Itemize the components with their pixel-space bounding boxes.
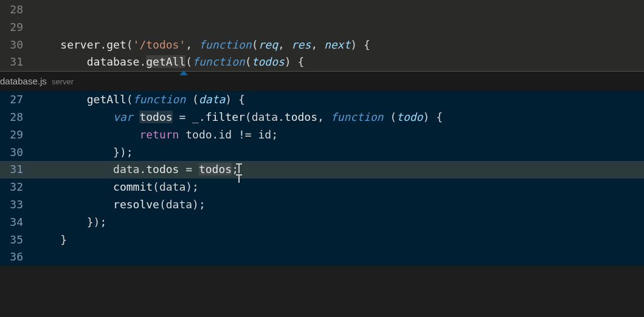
code-token: ) { bbox=[350, 38, 370, 51]
line-number: 28 bbox=[0, 109, 34, 126]
code-token: var bbox=[113, 111, 133, 123]
line-number: 31 bbox=[0, 161, 34, 179]
code-content[interactable]: data.todos = todos; bbox=[34, 161, 644, 179]
code-content[interactable]: commit(data); bbox=[34, 179, 644, 196]
code-line[interactable]: 31 database.getAll(function(todos) { bbox=[0, 53, 644, 71]
line-number: 31 bbox=[0, 53, 34, 71]
code-token: return bbox=[139, 128, 179, 141]
code-token: ( bbox=[126, 38, 133, 51]
code-token: filter bbox=[206, 111, 245, 123]
code-line[interactable]: 30 server.get('/todos', function(req, re… bbox=[0, 36, 644, 54]
code-token: todos bbox=[252, 55, 285, 68]
code-token: , bbox=[278, 38, 291, 51]
code-token: . bbox=[139, 55, 146, 68]
code-content[interactable]: getAll(function (data) { bbox=[34, 91, 644, 109]
text-cursor-icon bbox=[236, 162, 242, 176]
code-token: ) { bbox=[285, 55, 305, 68]
code-token: get bbox=[106, 38, 126, 51]
code-token: function bbox=[133, 93, 186, 106]
code-content[interactable]: }); bbox=[34, 214, 644, 231]
code-line[interactable]: 33 resolve(data); bbox=[0, 196, 644, 214]
code-line[interactable]: 34 }); bbox=[0, 214, 644, 231]
line-number: 32 bbox=[0, 179, 34, 196]
code-token: (data. bbox=[245, 111, 285, 123]
code-token: commit bbox=[113, 180, 153, 193]
code-line[interactable]: 29 bbox=[0, 19, 644, 36]
code-token: } bbox=[60, 233, 67, 246]
code-token: data. bbox=[113, 163, 146, 176]
code-content[interactable]: database.getAll(function(todos) { bbox=[34, 53, 644, 71]
code-token: ( bbox=[252, 38, 258, 51]
code-content[interactable]: var todos = _.filter(data.todos, functio… bbox=[34, 109, 644, 126]
code-line[interactable]: 31 data.todos = todos; bbox=[0, 161, 644, 179]
code-token: todos bbox=[139, 111, 172, 123]
line-number: 29 bbox=[0, 126, 34, 144]
code-content[interactable]: resolve(data); bbox=[34, 196, 644, 214]
code-token: function bbox=[199, 38, 252, 51]
code-token bbox=[133, 111, 140, 123]
code-content[interactable]: return todo.id != id; bbox=[34, 126, 644, 144]
code-token: ( bbox=[185, 55, 192, 68]
line-number: 29 bbox=[0, 19, 34, 36]
code-token: (data); bbox=[153, 180, 199, 193]
outer-editor[interactable]: 282930 server.get('/todos', function(req… bbox=[0, 0, 644, 71]
code-line[interactable]: 30 }); bbox=[0, 144, 644, 162]
code-line[interactable]: 36 bbox=[0, 248, 644, 266]
code-token: , bbox=[317, 111, 331, 123]
code-token: todos bbox=[285, 111, 317, 123]
code-content[interactable]: }); bbox=[34, 144, 644, 162]
code-line[interactable]: 28 bbox=[0, 1, 644, 19]
code-token: res bbox=[291, 38, 311, 51]
code-token: (data); bbox=[159, 198, 206, 211]
code-token: getAll bbox=[146, 55, 185, 68]
code-line[interactable]: 29 return todo.id != id; bbox=[0, 126, 644, 144]
code-token: = bbox=[179, 163, 199, 176]
line-number: 30 bbox=[0, 36, 34, 54]
line-number: 35 bbox=[0, 231, 34, 249]
code-token: getAll bbox=[87, 93, 126, 106]
peek-definition-header[interactable]: database.js server bbox=[0, 71, 644, 91]
code-line[interactable]: 28 var todos = _.filter(data.todos, func… bbox=[0, 109, 644, 126]
code-token: todos bbox=[199, 163, 232, 176]
code-token: }); bbox=[113, 146, 133, 158]
code-token: ( bbox=[245, 55, 252, 68]
code-token: ( bbox=[126, 93, 133, 106]
code-token: ( bbox=[383, 111, 396, 123]
code-token: resolve bbox=[113, 198, 159, 211]
peek-scope-label: server bbox=[52, 77, 74, 86]
line-number: 27 bbox=[0, 91, 34, 109]
code-token: = _. bbox=[173, 111, 206, 123]
code-content[interactable]: } bbox=[34, 231, 644, 249]
code-token: todo bbox=[396, 111, 423, 123]
code-token: }); bbox=[87, 216, 107, 228]
code-token: ) { bbox=[225, 93, 245, 106]
code-token: ( bbox=[185, 93, 199, 106]
code-line[interactable]: 32 commit(data); bbox=[0, 179, 644, 196]
line-number: 33 bbox=[0, 196, 34, 214]
peek-file-name: database.js bbox=[0, 76, 47, 86]
code-token: req bbox=[258, 38, 279, 51]
code-token: , bbox=[185, 38, 199, 51]
code-token: function bbox=[192, 55, 245, 68]
peek-definition-editor[interactable]: 27 getAll(function (data) {28 var todos … bbox=[0, 91, 644, 266]
code-token: , bbox=[311, 38, 324, 51]
line-number: 36 bbox=[0, 248, 34, 266]
code-token: todo.id != id; bbox=[179, 128, 278, 141]
line-number: 28 bbox=[0, 1, 34, 19]
line-number: 34 bbox=[0, 214, 34, 231]
code-token: todos bbox=[146, 163, 179, 176]
code-token: database bbox=[87, 55, 140, 68]
code-token: next bbox=[324, 38, 350, 51]
code-content[interactable]: server.get('/todos', function(req, res, … bbox=[34, 36, 644, 54]
code-token: '/todos' bbox=[133, 38, 186, 51]
code-token: data bbox=[199, 93, 225, 106]
line-number: 30 bbox=[0, 144, 34, 162]
code-token: ) { bbox=[423, 111, 443, 123]
code-line[interactable]: 35 } bbox=[0, 231, 644, 249]
code-token: function bbox=[331, 111, 384, 123]
code-line[interactable]: 27 getAll(function (data) { bbox=[0, 91, 644, 109]
code-token: . bbox=[100, 38, 106, 51]
code-token: server bbox=[60, 38, 100, 51]
